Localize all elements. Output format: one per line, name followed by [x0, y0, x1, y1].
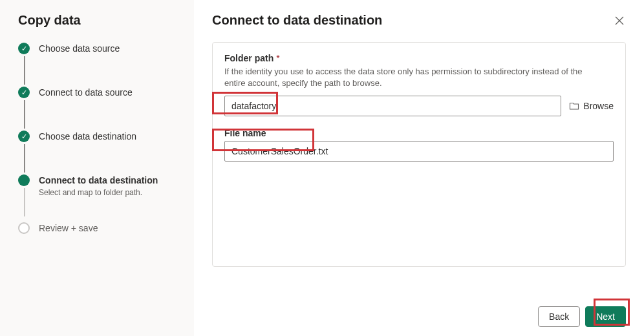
step-choose-data-source[interactable]: ✓ Choose data source: [18, 42, 178, 73]
file-name-input[interactable]: [224, 141, 614, 162]
folder-path-input[interactable]: [224, 96, 561, 116]
step-connector: [24, 56, 25, 85]
check-icon: ✓: [18, 131, 30, 142]
step-connect-to-data-destination[interactable]: Connect to data destination Select and m…: [18, 174, 178, 205]
page-title: Connect to data destination: [212, 13, 626, 28]
wizard-footer: Back Next: [538, 306, 626, 327]
next-button[interactable]: Next: [585, 306, 626, 327]
current-step-icon: [18, 174, 30, 186]
step-connect-to-data-source[interactable]: ✓ Connect to data source: [18, 86, 178, 117]
step-connector: [24, 144, 25, 173]
wizard-sidebar: Copy data ✓ Choose data source ✓ Connect…: [0, 0, 194, 336]
folder-icon: [569, 101, 579, 111]
folder-path-description: If the identity you use to access the da…: [224, 66, 586, 89]
folder-path-field-group: Folder path * If the identity you use to…: [224, 53, 614, 116]
check-icon: ✓: [18, 87, 30, 98]
step-review-save[interactable]: Review + save: [18, 222, 178, 253]
close-button[interactable]: [613, 14, 626, 27]
required-marker: *: [276, 53, 279, 63]
future-step-icon: [18, 222, 30, 234]
file-name-label: File name: [224, 128, 614, 138]
form-card: Folder path * If the identity you use to…: [212, 42, 626, 267]
back-button[interactable]: Back: [538, 306, 580, 327]
wizard-title: Copy data: [18, 13, 178, 28]
step-choose-data-destination[interactable]: ✓ Choose data destination: [18, 130, 178, 161]
main-panel: Connect to data destination Folder path …: [194, 0, 644, 336]
browse-button[interactable]: Browse: [569, 101, 614, 111]
step-connector: [24, 100, 25, 129]
file-name-field-group: File name: [224, 128, 614, 162]
check-icon: ✓: [18, 43, 30, 54]
step-connector: [24, 188, 25, 216]
folder-path-label: Folder path *: [224, 53, 614, 63]
close-icon: [614, 16, 625, 26]
